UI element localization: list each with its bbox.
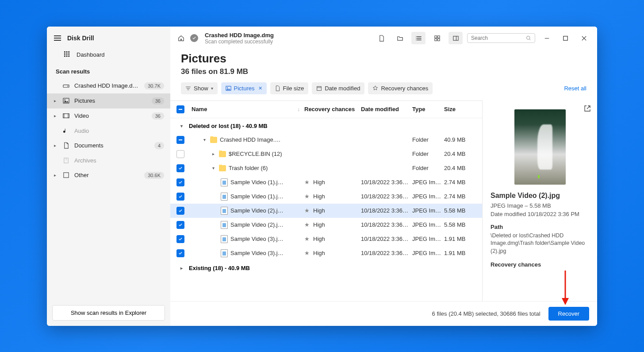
- chevron-right-icon[interactable]: ▸: [210, 151, 216, 156]
- archive-icon: [62, 157, 70, 164]
- star-icon: ★: [304, 207, 310, 214]
- calendar-icon: [316, 85, 322, 91]
- filter-icon: [185, 85, 191, 91]
- table-row[interactable]: Sample Video (2).j… ★High 10/18/2022 3:3…: [170, 204, 482, 218]
- svg-rect-18: [437, 35, 440, 38]
- svg-rect-13: [63, 114, 64, 118]
- maximize-button[interactable]: [558, 32, 572, 44]
- group-deleted[interactable]: ▾ Deleted or lost (18) - 40.9 MB: [170, 118, 482, 133]
- svg-rect-20: [437, 39, 440, 41]
- status-check-icon: [190, 34, 199, 43]
- image-file-icon: [221, 221, 228, 229]
- svg-rect-10: [63, 98, 69, 103]
- svg-rect-19: [434, 39, 437, 41]
- svg-rect-0: [64, 51, 65, 52]
- table-row[interactable]: ▾Crashed HDD Image.… Folder 40.9 MB: [170, 133, 482, 147]
- close-button[interactable]: [577, 32, 591, 44]
- show-filter[interactable]: Show ▾: [181, 82, 218, 94]
- column-type[interactable]: Type: [412, 106, 444, 112]
- star-icon: ★: [304, 236, 310, 242]
- row-checkbox[interactable]: [176, 136, 184, 144]
- filesize-filter[interactable]: File size: [270, 82, 309, 94]
- image-file-icon: [221, 235, 228, 243]
- svg-rect-14: [68, 114, 69, 118]
- chevron-down-icon[interactable]: ▾: [201, 137, 207, 142]
- app-name: Disk Drill: [67, 35, 94, 42]
- other-icon: [62, 172, 70, 178]
- sidebar: Disk Drill Dashboard Scan results Crashe…: [47, 27, 170, 326]
- row-checkbox[interactable]: [176, 164, 184, 172]
- show-in-explorer-button[interactable]: Show scan results in Explorer: [52, 305, 165, 321]
- panel-view-button[interactable]: [448, 32, 463, 44]
- svg-rect-16: [63, 173, 68, 178]
- svg-rect-24: [226, 86, 230, 90]
- select-all-checkbox[interactable]: [176, 105, 184, 113]
- image-file-icon: [221, 249, 228, 257]
- minimize-button[interactable]: [540, 32, 554, 44]
- preview-thumbnail: [514, 109, 566, 185]
- folder-icon-button[interactable]: [393, 32, 407, 44]
- chevron-right-icon: ▸: [54, 173, 59, 178]
- sidebar-item-other[interactable]: ▸ Other 30.6K: [47, 168, 170, 183]
- svg-rect-4: [66, 53, 68, 54]
- table-row[interactable]: Sample Video (2).j… ★High 10/18/2022 3:3…: [170, 218, 482, 232]
- row-checkbox[interactable]: [176, 178, 184, 186]
- preview-meta: JPEG Image – 5.58 MB: [491, 202, 589, 209]
- file-icon-button[interactable]: [374, 32, 388, 44]
- sidebar-item-audio[interactable]: Audio: [47, 124, 170, 138]
- column-size[interactable]: Size: [444, 106, 482, 112]
- sidebar-item-archives[interactable]: Archives: [47, 153, 170, 168]
- home-icon[interactable]: [176, 34, 185, 43]
- table-row[interactable]: Sample Video (1).j… ★High 10/18/2022 3:3…: [170, 175, 482, 190]
- sidebar-item-disk[interactable]: Crashed HDD Image.d… 30.7K: [47, 78, 170, 93]
- row-checkbox[interactable]: [176, 207, 184, 215]
- column-date[interactable]: Date modified: [361, 106, 412, 112]
- chevron-down-icon[interactable]: ▾: [210, 166, 216, 170]
- chevron-down-icon: ▾: [178, 124, 184, 128]
- folder-icon: [219, 151, 226, 157]
- search-icon: [526, 35, 531, 41]
- close-icon[interactable]: ✕: [258, 85, 262, 91]
- row-checkbox[interactable]: [176, 249, 184, 257]
- list-view-button[interactable]: [411, 32, 426, 44]
- menu-icon[interactable]: [54, 35, 61, 41]
- table-row[interactable]: Sample Video (3).j… ★High 10/18/2022 3:3…: [170, 246, 482, 260]
- open-external-icon[interactable]: [584, 105, 591, 113]
- image-file-icon: [221, 178, 228, 186]
- page-title: Pictures: [181, 52, 586, 66]
- sidebar-item-pictures[interactable]: ▸ Pictures 36: [47, 93, 170, 108]
- sidebar-item-video[interactable]: ▸ Video 36: [47, 108, 170, 124]
- row-checkbox[interactable]: [176, 235, 184, 243]
- column-recovery[interactable]: Recovery chances: [304, 106, 361, 112]
- date-filter[interactable]: Date modified: [312, 82, 364, 94]
- audio-icon: [62, 128, 70, 134]
- picture-icon: [226, 85, 231, 91]
- reset-all-link[interactable]: Reset all: [564, 85, 586, 92]
- group-existing[interactable]: ▸ Existing (18) - 40.9 MB: [170, 260, 482, 275]
- video-icon: [62, 112, 70, 119]
- grid-icon: [64, 51, 70, 59]
- star-icon: ★: [304, 179, 310, 186]
- table-row[interactable]: Sample Video (3).j… ★High 10/18/2022 3:3…: [170, 232, 482, 246]
- document-icon: [62, 142, 70, 149]
- sidebar-item-documents[interactable]: ▸ Documents 4: [47, 138, 170, 153]
- table-row[interactable]: Sample Video (1).j… ★High 10/18/2022 3:3…: [170, 190, 482, 204]
- row-checkbox[interactable]: [176, 150, 184, 158]
- svg-rect-1: [66, 51, 68, 52]
- recover-button[interactable]: Recover: [548, 307, 589, 321]
- chevron-right-icon: ▸: [54, 143, 59, 148]
- table-row[interactable]: ▸$RECYCLE.BIN (12) Folder 20.4 MB: [170, 147, 482, 161]
- table-row[interactable]: ▾Trash folder (6) Folder 20.4 MB: [170, 161, 482, 175]
- sidebar-dashboard[interactable]: Dashboard: [47, 47, 170, 63]
- svg-point-22: [527, 36, 530, 40]
- sidebar-item-label: Dashboard: [77, 51, 105, 58]
- toolbar-subtitle: Scan completed successfully: [205, 39, 274, 45]
- main-area: Crashed HDD Image.dmg Scan completed suc…: [170, 27, 597, 326]
- pictures-filter[interactable]: Pictures ✕: [221, 82, 267, 94]
- column-name[interactable]: Name↓: [189, 106, 304, 112]
- row-checkbox[interactable]: [176, 193, 184, 201]
- row-checkbox[interactable]: [176, 221, 184, 229]
- grid-view-button[interactable]: [430, 32, 444, 44]
- recovery-filter[interactable]: Recovery chances: [368, 82, 433, 94]
- search-input[interactable]: [467, 33, 535, 43]
